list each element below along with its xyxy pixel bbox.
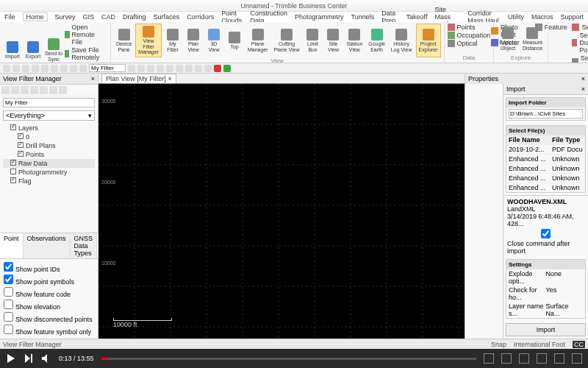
select-by-elevation-item[interactable]: Select by Elevation [572, 54, 588, 63]
my-filter-button[interactable]: My Filter [163, 24, 182, 57]
seek-bar[interactable] [101, 358, 476, 360]
checkbox-icon[interactable] [10, 177, 16, 183]
tool-icon[interactable] [11, 86, 19, 94]
col-filetype[interactable]: File Type [552, 136, 583, 144]
option-show-point-ids[interactable]: Show point IDs [4, 261, 94, 274]
qat-icon[interactable] [12, 65, 20, 72]
google-earth-button[interactable]: Google Earth [366, 24, 387, 57]
tree-node-photogrammetry[interactable]: Photogrammetry [3, 168, 95, 177]
setting-row[interactable]: Layer name s...Surface Na... [506, 302, 585, 318]
file-row[interactable]: Enhanced ...Unknown [506, 164, 585, 174]
file-row[interactable]: 2019-10-2...PDF Docu... [506, 145, 585, 155]
close-icon[interactable]: × [581, 85, 585, 93]
qat-icon[interactable] [70, 65, 77, 72]
col-filename[interactable]: File Name [509, 136, 552, 144]
menu-cad[interactable]: CAD [101, 13, 115, 21]
explore-object-button[interactable]: Explore Object [497, 24, 519, 54]
plan-view-tab[interactable]: Plan View [My Filter] × [101, 74, 176, 83]
next-button[interactable] [24, 353, 34, 364]
tree-node-layers[interactable]: Layers [3, 124, 95, 132]
qat-play-icon[interactable] [223, 65, 231, 72]
menu-utility[interactable]: Utility [508, 13, 524, 21]
filter-search-input[interactable] [3, 98, 95, 107]
qat-icon[interactable] [22, 65, 29, 72]
qat-icon[interactable] [147, 65, 154, 72]
tab-gnssdatatypes[interactable]: GNSS Data Types [71, 233, 98, 258]
checkbox-icon[interactable] [18, 142, 24, 148]
qat-icon[interactable] [3, 65, 10, 72]
filter-scope-combo[interactable]: <Everything> ▾ [3, 110, 95, 121]
select-points-item[interactable]: Select Points [572, 24, 588, 31]
tree-node-flag[interactable]: Flag [3, 177, 95, 185]
menu-corridors[interactable]: Corridors [187, 13, 214, 21]
tool-icon[interactable] [30, 86, 38, 94]
menu-gis[interactable]: GIS [83, 13, 95, 21]
tree-node-raw-data[interactable]: Raw Data [3, 159, 95, 168]
menu-file[interactable]: File [4, 13, 15, 21]
qat-icon[interactable] [166, 65, 173, 72]
limit-box-button[interactable]: Limit Box [303, 24, 322, 57]
close-icon[interactable]: × [581, 75, 585, 82]
menu-survey[interactable]: Survey [55, 13, 76, 21]
fullscreen-button[interactable] [572, 353, 582, 364]
3d-view-button[interactable]: 3D View [204, 24, 223, 57]
tab-point[interactable]: Point [0, 233, 24, 258]
close-icon[interactable]: × [91, 75, 95, 82]
plane-manager-button[interactable]: Plane Manager [245, 24, 270, 57]
qat-icon[interactable] [157, 65, 164, 72]
tool-icon[interactable] [21, 86, 29, 94]
qat-icon[interactable] [185, 65, 193, 72]
qat-icon[interactable] [79, 65, 87, 72]
qat-icon[interactable] [32, 65, 39, 72]
tool-icon[interactable] [49, 86, 57, 94]
autoplay-toggle[interactable] [484, 353, 494, 364]
qat-icon[interactable] [128, 65, 135, 72]
option-show-feature-symbol-only[interactable]: Show feature symbol only [4, 324, 94, 336]
menu-home[interactable]: Home [23, 13, 48, 21]
measure-distance-button[interactable]: Measure Distance [520, 24, 545, 54]
setting-row[interactable]: Explode opti...None [506, 269, 585, 286]
selection-explorer-button[interactable]: Selection Explorer [551, 24, 570, 63]
miniplayer-button[interactable] [537, 353, 547, 364]
tool-icon[interactable] [59, 86, 67, 94]
menu-macros[interactable]: Macros [531, 13, 553, 21]
site-view-button[interactable]: Site View [323, 24, 343, 57]
optical-item[interactable]: Optical [448, 40, 491, 47]
checkbox-icon[interactable] [10, 160, 16, 166]
close-icon[interactable]: × [168, 75, 171, 82]
file-row[interactable]: Enhanced ...Unknown [506, 183, 585, 193]
checkbox-icon[interactable] [10, 124, 16, 130]
tree-node-points[interactable]: Points [3, 150, 95, 159]
top-view-button[interactable]: Top [225, 24, 244, 57]
status-cc-icon[interactable]: CC [573, 341, 585, 348]
option-show-elevation[interactable]: Show elevation [4, 299, 94, 311]
tool-icon[interactable] [1, 86, 10, 94]
status-snap[interactable]: Snap [491, 341, 506, 348]
qat-icon[interactable] [60, 65, 68, 72]
qat-icon[interactable] [204, 65, 212, 72]
captions-button[interactable] [501, 353, 512, 364]
station-view-button[interactable]: Station View [344, 24, 365, 57]
volume-button[interactable] [41, 353, 51, 364]
checkbox-icon[interactable] [18, 133, 24, 139]
menu-surfaces[interactable]: Surfaces [154, 13, 180, 21]
setting-row[interactable]: Check for ho...Yes [506, 286, 585, 302]
file-row[interactable]: Enhanced ...Unknown [506, 155, 585, 164]
qat-filter-input[interactable] [89, 64, 126, 72]
occupation-item[interactable]: Occupation [448, 32, 491, 39]
menu-support[interactable]: Support [560, 13, 584, 21]
qat-icon[interactable] [195, 65, 202, 72]
import-button[interactable]: Import [506, 323, 586, 336]
checkbox-icon[interactable] [18, 151, 24, 157]
option-show-point-symbols[interactable]: Show point symbols [4, 274, 94, 286]
option-show-feature-code[interactable]: Show feature code [4, 286, 94, 299]
export-button[interactable]: Export [24, 24, 43, 63]
settings-button[interactable] [519, 353, 529, 364]
points-item[interactable]: Points [448, 24, 491, 31]
import-folder-input[interactable] [509, 109, 583, 118]
save-file-remotely-item[interactable]: Save File Remotely [65, 46, 107, 61]
theater-button[interactable] [554, 353, 564, 364]
plan-view-button[interactable]: Plan View [184, 24, 203, 57]
tree-node-drill-plans[interactable]: Drill Plans [3, 141, 95, 150]
qat-icon[interactable] [51, 65, 58, 72]
